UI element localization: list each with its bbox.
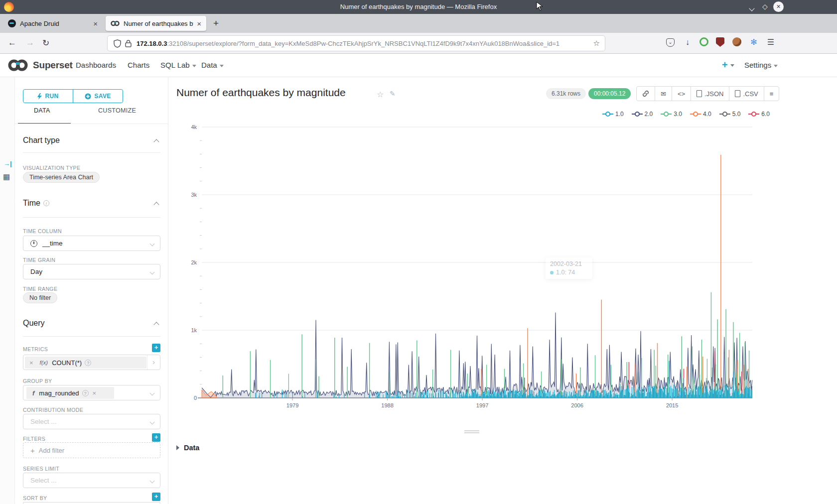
remove-groupby-icon[interactable]: × [93,389,97,397]
panel-resize-handle[interactable] [464,430,479,434]
time-range-label: TIME RANGE [23,286,57,292]
view-query-button[interactable]: <> [672,87,691,101]
superset-navbar: Superset Dashboards Charts SQL Lab Data … [0,54,837,77]
superset-favicon [111,20,120,26]
expand-metric-icon[interactable]: › [147,355,160,370]
nav-data[interactable]: Data [201,61,224,69]
tab-data[interactable]: DATA [34,107,50,114]
mouse-cursor [536,1,543,11]
email-button[interactable]: ✉ [655,87,672,101]
code-icon: <> [678,90,685,98]
share-link-button[interactable] [637,87,655,101]
series-limit-select[interactable]: Select ... [23,473,160,488]
tab-superset-chart[interactable]: Numer of earthquakes by × [106,16,206,31]
svg-text:1988: 1988 [381,402,393,408]
section-chart-type[interactable]: Chart type [23,136,60,145]
downloads-icon[interactable]: ↓ [683,37,693,47]
url-bar[interactable]: 172.18.0.3:32108/superset/explore/?form_… [107,35,605,51]
add-sortby-button[interactable]: + [152,493,160,501]
export-csv-button[interactable]: .CSV [729,87,764,101]
nav-settings[interactable]: Settings [744,61,778,69]
close-window-button[interactable]: × [773,1,784,12]
tab-title: Numer of earthquakes by [124,20,193,27]
chevron-right-icon [176,445,179,450]
metric-pill[interactable]: × f(x) COUNT(*) ? [25,357,146,369]
insecure-lock-icon[interactable] [125,40,132,47]
time-column-select[interactable]: __time [23,236,160,251]
section-query[interactable]: Query [23,319,45,328]
chevron-up-icon[interactable] [153,202,159,207]
export-json-button[interactable]: .JSON [691,87,729,101]
tab-close-icon[interactable]: × [197,19,201,28]
tab-close-icon[interactable]: × [93,19,98,28]
run-save-group: RUN SAVE [23,89,123,103]
maximize-button[interactable]: ◇ [762,2,768,10]
run-button[interactable]: RUN [23,90,73,103]
groupby-select[interactable]: f mag_rounded ? × [23,385,160,400]
svg-text:2006: 2006 [571,402,583,408]
superset-logo[interactable]: Superset [7,59,73,72]
menu-icon[interactable]: ☰ [766,37,776,47]
hamburger-icon: ≡ [770,90,774,98]
svg-text:1979: 1979 [286,402,298,408]
add-filter-button[interactable]: + [152,433,160,442]
tab-apache-druid[interactable]: Apache Druid × [3,16,103,31]
link-icon [642,90,649,97]
sortby-select[interactable] [23,502,160,504]
window-titlebar[interactable]: Numer of earthquakes by magnitude — Mozi… [0,0,837,14]
control-panel: RUN SAVE DATA CUSTOMIZE Chart type VISUA… [15,77,168,504]
url-host: 172.18.0.3 [137,40,167,47]
viz-type-pill[interactable]: Time-series Area Chart [23,172,100,183]
more-options-button[interactable]: ≡ [764,87,779,101]
pinwheel-extension-icon[interactable]: ✻ [749,37,759,47]
pocket-icon[interactable]: ⌄ [666,38,675,47]
chevron-up-icon[interactable] [153,322,159,327]
nav-charts[interactable]: Charts [128,61,149,69]
dataset-grid-icon[interactable]: ▦ [3,172,10,181]
data-panel-header[interactable]: Data [176,444,199,452]
favorite-star-icon[interactable]: ☆ [377,90,384,99]
add-new-button[interactable]: + [722,59,734,71]
help-icon: ? [85,360,91,366]
remove-metric-icon[interactable]: × [29,359,33,367]
section-time[interactable]: Timei [23,199,49,208]
left-rail: →| ▦ [0,77,15,504]
clock-icon [30,240,37,247]
ublock-shield-icon[interactable] [716,37,724,47]
chart-title[interactable]: Numer of earthquakes by magnitude [176,87,346,99]
metric-control[interactable]: × f(x) COUNT(*) ? › [23,355,160,370]
chevron-down-icon [730,64,734,67]
extension-green-icon[interactable] [699,37,708,46]
nav-dashboards[interactable]: Dashboards [76,61,116,69]
add-filter-dropzone[interactable]: + Add filter [23,442,160,458]
chevron-down-icon [150,479,155,484]
forward-icon[interactable]: → [26,38,34,48]
chevron-down-icon [220,65,224,67]
chart-area: Numer of earthquakes by magnitude ☆ ✎ 6.… [168,77,837,504]
expand-datasource-icon[interactable]: →| [3,160,12,167]
minimize-button[interactable] [750,4,754,12]
groupby-pill[interactable]: f mag_rounded ? × [26,387,114,399]
time-range-pill[interactable]: No filter [23,292,57,303]
back-icon[interactable]: ← [8,38,16,48]
new-tab-button[interactable]: + [213,18,219,29]
save-button[interactable]: SAVE [73,90,123,103]
chevron-up-icon[interactable] [153,139,159,144]
contribution-select[interactable]: Select ... [23,414,160,429]
fx-icon: f(x) [40,360,48,366]
timeseries-chart[interactable]: 01k2k3k4k19791988199720062015 [169,107,832,418]
divider [23,152,160,153]
tab-customize[interactable]: CUSTOMIZE [98,107,136,114]
add-metric-button[interactable]: + [152,344,160,352]
edit-properties-icon[interactable]: ✎ [390,90,396,98]
palette-extension-icon[interactable] [732,37,741,46]
url-text[interactable]: 172.18.0.3:32108/superset/explore/?form_… [137,40,593,47]
tracking-shield-icon[interactable] [114,39,121,48]
chevron-down-icon [150,270,155,275]
nav-sql-lab[interactable]: SQL Lab [160,61,196,69]
row-count-badge: 6.31k rows [546,88,586,99]
time-grain-select[interactable]: Day [23,264,160,279]
bookmark-star-icon[interactable]: ☆ [593,39,600,48]
screen: Numer of earthquakes by magnitude — Mozi… [0,0,837,504]
reload-icon[interactable]: ↻ [42,38,49,48]
